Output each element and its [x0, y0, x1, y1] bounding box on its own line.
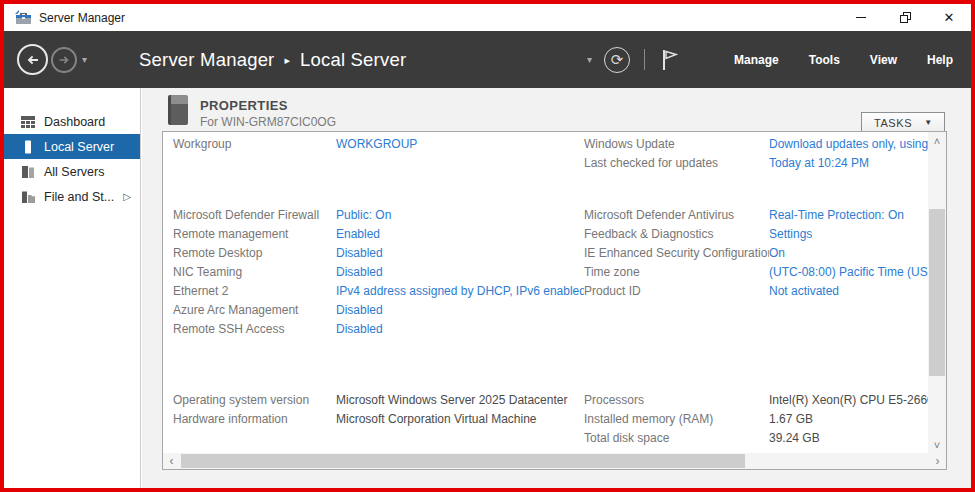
menu-help[interactable]: Help [927, 45, 953, 75]
expand-chevron-icon[interactable]: ▷ [123, 191, 131, 202]
sidebar-item-label: File and St... [44, 190, 114, 204]
restore-button[interactable] [883, 4, 927, 31]
refresh-button[interactable]: ⟳ [604, 47, 630, 73]
window-title: Server Manager [39, 11, 125, 25]
back-button[interactable] [17, 44, 48, 75]
menu-view[interactable]: View [870, 45, 897, 75]
property-value: 1.67 GB [769, 412, 928, 426]
forward-button[interactable] [51, 47, 77, 73]
property-value-link[interactable]: Disabled [336, 246, 584, 260]
servers-icon [21, 165, 35, 179]
property-row: NIC TeamingDisabledTime zone(UTC-08:00) … [163, 262, 928, 281]
property-value-link[interactable]: Disabled [336, 322, 584, 336]
property-row: Remote DesktopDisabledIE Enhanced Securi… [163, 243, 928, 262]
back-icon [25, 52, 41, 68]
property-row: Ethernet 2IPv4 address assigned by DHCP,… [163, 281, 928, 300]
sidebar-item-all-servers[interactable]: All Servers [4, 159, 140, 184]
file-storage-icon [21, 190, 35, 204]
tasks-button[interactable]: TASKS ▼ [861, 112, 945, 133]
property-value-link[interactable]: Today at 10:24 PM [769, 156, 928, 170]
navbar: ▾ Server Manager ▸ Local Server ▾ ⟳ Mana… [4, 31, 971, 88]
property-label: Azure Arc Management [173, 303, 336, 317]
property-label: Remote Desktop [173, 246, 336, 260]
content-area: PROPERTIES For WIN-GRM87CIC0OG TASKS ▼ W… [142, 88, 971, 488]
property-value: Microsoft Windows Server 2025 Datacenter [336, 393, 584, 407]
property-value-link[interactable]: IPv4 address assigned by DHCP, IPv6 enab… [336, 284, 584, 298]
property-value-link[interactable]: Not activated [769, 284, 928, 298]
properties-panel: WorkgroupWORKGROUPWindows UpdateDownload… [162, 131, 947, 470]
breadcrumb-root[interactable]: Server Manager [139, 49, 274, 71]
sidebar-item-local-server[interactable]: Local Server [4, 134, 140, 159]
property-label: Product ID [584, 284, 769, 298]
scroll-up-icon[interactable]: ˄ [928, 132, 946, 149]
property-value-link[interactable]: Enabled [336, 227, 584, 241]
minimize-icon [856, 17, 866, 18]
property-group: Operating system versionMicrosoft Window… [163, 390, 928, 447]
sidebar-item-label: Dashboard [44, 115, 105, 129]
horizontal-scrollbar-thumb[interactable] [181, 454, 745, 468]
vertical-scrollbar[interactable]: ˄ ˅ [928, 132, 946, 453]
property-label: Total disk space [584, 431, 769, 445]
server-manager-app-icon [15, 10, 32, 25]
property-label: Ethernet 2 [173, 284, 336, 298]
sidebar-item-label: Local Server [44, 140, 114, 154]
sidebar-item-file-and-st[interactable]: File and St...▷ [4, 184, 140, 209]
property-label: Workgroup [173, 137, 336, 151]
property-row: Microsoft Defender FirewallPublic: OnMic… [163, 205, 928, 224]
property-label: Remote management [173, 227, 336, 241]
scroll-down-icon[interactable]: ˅ [928, 436, 946, 453]
scope-dropdown-caret-icon[interactable]: ▾ [587, 54, 592, 65]
notifications-flag-button[interactable] [661, 49, 678, 71]
section-title: PROPERTIES [200, 98, 288, 113]
horizontal-scrollbar[interactable]: ‹ › [163, 453, 946, 469]
property-label: IE Enhanced Security Configuration [584, 246, 769, 260]
sidebar-item-dashboard[interactable]: Dashboard [4, 109, 140, 134]
property-row: Total disk space39.24 GB [163, 428, 928, 447]
property-value-link[interactable]: Settings [769, 227, 928, 241]
tasks-button-label: TASKS [874, 117, 912, 129]
property-row: Last checked for updatesToday at 10:24 P… [163, 153, 928, 172]
server-manager-window: Server Manager ✕ ▾ Server Manager ▸ Loca… [0, 0, 975, 492]
close-icon: ✕ [944, 11, 955, 24]
menu-bar: Manage Tools View Help [704, 45, 953, 75]
property-row: WorkgroupWORKGROUPWindows UpdateDownload… [163, 134, 928, 153]
breadcrumb: Server Manager ▸ Local Server [139, 49, 406, 71]
property-value-link[interactable]: Real-Time Protection: On [769, 208, 928, 222]
property-value: 39.24 GB [769, 431, 928, 445]
property-value-link[interactable]: Public: On [336, 208, 584, 222]
property-value-link[interactable]: Disabled [336, 265, 584, 279]
scroll-right-icon[interactable]: › [929, 453, 946, 469]
properties-rows: WorkgroupWORKGROUPWindows UpdateDownload… [163, 132, 928, 453]
property-value-link[interactable]: Disabled [336, 303, 584, 317]
property-label: Operating system version [173, 393, 336, 407]
menu-manage[interactable]: Manage [734, 45, 779, 75]
property-label: Installed memory (RAM) [584, 412, 769, 426]
restore-icon [900, 12, 911, 23]
property-value: Intel(R) Xeon(R) CPU E5-2660 v [769, 393, 928, 407]
dashboard-icon [21, 115, 35, 129]
property-label: Last checked for updates [584, 156, 769, 170]
navbar-divider [644, 49, 645, 70]
section-subtitle: For WIN-GRM87CIC0OG [200, 115, 336, 129]
property-value: Microsoft Corporation Virtual Machine [336, 412, 584, 426]
property-label: Processors [584, 393, 769, 407]
flag-icon [661, 49, 678, 71]
property-value-link[interactable]: (UTC-08:00) Pacific Time (US & [769, 265, 928, 279]
breadcrumb-current: Local Server [300, 49, 406, 71]
property-value-link[interactable]: On [769, 246, 928, 260]
property-label: Remote SSH Access [173, 322, 336, 336]
property-value-link[interactable]: WORKGROUP [336, 137, 584, 151]
scroll-left-icon[interactable]: ‹ [163, 453, 180, 469]
tasks-caret-icon: ▼ [924, 118, 932, 127]
server-properties-icon [168, 95, 188, 125]
property-group: Microsoft Defender FirewallPublic: OnMic… [163, 205, 928, 338]
history-dropdown-caret-icon[interactable]: ▾ [82, 54, 87, 65]
minimize-button[interactable] [839, 4, 883, 31]
vertical-scrollbar-thumb[interactable] [929, 209, 945, 376]
close-button[interactable]: ✕ [927, 4, 971, 31]
menu-tools[interactable]: Tools [809, 45, 840, 75]
property-value-link[interactable]: Download updates only, using [769, 137, 928, 151]
property-label: NIC Teaming [173, 265, 336, 279]
refresh-icon: ⟳ [611, 52, 624, 67]
property-label: Feedback & Diagnostics [584, 227, 769, 241]
